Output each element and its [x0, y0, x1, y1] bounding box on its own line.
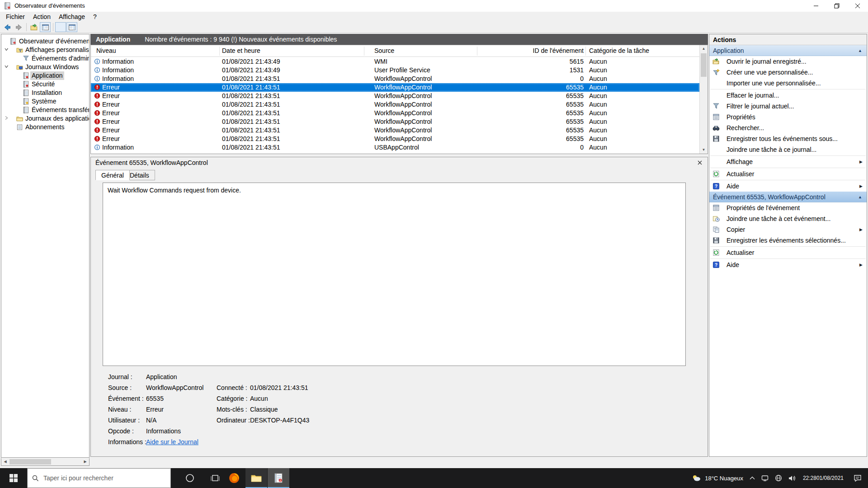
weather-icon[interactable]: [689, 468, 704, 488]
event-viewer-taskbar-icon[interactable]: !: [268, 468, 289, 488]
column-header-source[interactable]: Source: [374, 47, 394, 54]
event-row[interactable]: Erreur01/08/2021 21:43:51WorkflowAppCont…: [91, 109, 699, 117]
action-ouvrir-le-journal-enregistre[interactable]: Ouvrir le journal enregistré...: [709, 56, 867, 67]
action-affichage[interactable]: Affichage▶: [709, 156, 867, 167]
restore-button[interactable]: [826, 0, 847, 12]
event-row[interactable]: Erreur01/08/2021 21:43:51WorkflowAppCont…: [91, 135, 699, 143]
action-enregistrer-les-evenements-selectionnes[interactable]: Enregistrer les événements sélectionnés.…: [709, 235, 867, 246]
action-rechercher[interactable]: Rechercher...: [709, 122, 867, 133]
list-vertical-scrollbar[interactable]: ▲ ▼: [699, 45, 708, 154]
network-globe-icon[interactable]: [772, 468, 785, 488]
taskbar-search-input[interactable]: Taper ici pour rechercher: [27, 468, 171, 488]
column-header-id-evenement[interactable]: ID de l'événement: [533, 47, 584, 54]
column-separator[interactable]: [219, 47, 220, 56]
scroll-left-icon[interactable]: ◀: [1, 458, 9, 465]
chevron-right-icon[interactable]: [4, 116, 9, 120]
collapse-icon[interactable]: ▲: [858, 45, 862, 56]
taskbar-clock[interactable]: 22:28 01/08/2021: [799, 468, 847, 488]
task-view-button[interactable]: [204, 468, 226, 488]
action-proprietes-de-l-evenement[interactable]: Propriétés de l'événement: [709, 202, 867, 213]
action-joindre-une-tache-a-ce-journal[interactable]: Joindre une tâche à ce journal...: [709, 144, 867, 155]
action-copier[interactable]: Copier▶: [709, 224, 867, 235]
chevron-down-icon[interactable]: [4, 64, 9, 69]
action-actualiser[interactable]: Actualiser: [709, 247, 867, 258]
menu-action[interactable]: Action: [29, 12, 55, 21]
tree-item-evenements-d-administra[interactable]: Événements d'administra: [1, 54, 89, 63]
action-enregistrer-tous-les-evenements-sous[interactable]: Enregistrer tous les événements sous...: [709, 133, 867, 144]
column-header-categorie[interactable]: Catégorie de la tâche: [589, 47, 649, 54]
action-importer-une-vue-personnalisee[interactable]: Importer une vue personnalisée...: [709, 78, 867, 89]
event-row[interactable]: Erreur01/08/2021 21:43:51WorkflowAppCont…: [91, 126, 699, 135]
action-proprietes[interactable]: Propriétés: [709, 112, 867, 122]
scroll-up-icon[interactable]: ▲: [700, 45, 708, 52]
scrollbar-thumb[interactable]: [9, 459, 51, 465]
save-icon: [712, 135, 720, 142]
event-row[interactable]: Erreur01/08/2021 21:43:51WorkflowAppCont…: [91, 100, 699, 109]
tree-item-systeme[interactable]: Système: [1, 97, 89, 106]
event-row[interactable]: Erreur01/08/2021 21:43:51WorkflowAppCont…: [91, 83, 699, 92]
help-button[interactable]: [55, 22, 66, 32]
minimize-button[interactable]: [806, 0, 826, 12]
event-row[interactable]: Information01/08/2021 21:43:51USBAppCont…: [91, 143, 699, 152]
tree-item-affichages-personnalises[interactable]: Affichages personnalisés: [1, 46, 89, 54]
scroll-right-icon[interactable]: ▶: [81, 458, 89, 465]
column-separator[interactable]: [477, 47, 477, 56]
show-action-pane-button[interactable]: [66, 22, 77, 32]
tree-item-application[interactable]: Application: [1, 71, 89, 80]
action-filtrer-le-journal-actuel[interactable]: Filtrer le journal actuel...: [709, 101, 867, 112]
tree-item-securite[interactable]: Sécurité: [1, 80, 89, 89]
export-button[interactable]: [28, 22, 39, 32]
action-label: Enregistrer tous les événements sous...: [726, 135, 838, 142]
show-console-tree-button[interactable]: [40, 22, 51, 32]
event-row[interactable]: Information01/08/2021 21:43:49WMI5615Auc…: [91, 57, 699, 66]
forward-button[interactable]: [13, 22, 24, 32]
menu-[interactable]: ?: [89, 12, 101, 21]
action-creer-une-vue-personnalisee[interactable]: Créer une vue personnalisée...: [709, 67, 867, 78]
column-header-date-et-heure[interactable]: Date et heure: [222, 47, 260, 54]
weather-text[interactable]: 18°C Nuageux: [704, 468, 746, 488]
action-aide[interactable]: ?Aide▶: [709, 181, 867, 192]
actions-section-evenement-65535-workflowappcontrol[interactable]: Événement 65535, WorkflowAppControl▲: [709, 192, 867, 202]
detail-field-row: Événement :65535Catégorie :Aucun: [103, 393, 686, 404]
column-header-niveau[interactable]: Niveau: [96, 47, 116, 54]
tree-item-evenements-transferes[interactable]: Événements transférés: [1, 106, 89, 114]
notification-center-icon[interactable]: [847, 468, 868, 488]
chevron-down-icon[interactable]: [4, 47, 9, 52]
tree-item-installation[interactable]: Installation: [1, 89, 89, 97]
tray-chevron-up-icon[interactable]: [746, 468, 758, 488]
scroll-down-icon[interactable]: ▼: [700, 146, 708, 153]
device-icon[interactable]: [758, 468, 772, 488]
event-row[interactable]: Erreur01/08/2021 21:43:51WorkflowAppCont…: [91, 92, 699, 100]
tree-item-observateur-d-evenements-loc[interactable]: !Observateur d'événements (Loc: [1, 37, 89, 46]
detail-close-icon[interactable]: [696, 159, 704, 166]
collapse-icon[interactable]: ▲: [858, 192, 862, 202]
volume-icon[interactable]: [785, 468, 799, 488]
menu-affichage[interactable]: Affichage: [55, 12, 89, 21]
tree-horizontal-scrollbar[interactable]: ◀ ▶: [1, 458, 90, 466]
info-icon: [94, 75, 100, 82]
event-row[interactable]: Information01/08/2021 21:43:49User Profi…: [91, 66, 699, 75]
tree-item-journaux-windows[interactable]: Journaux Windows: [1, 63, 89, 71]
event-row[interactable]: Erreur01/08/2021 21:43:51WorkflowAppCont…: [91, 117, 699, 126]
close-button[interactable]: [847, 0, 868, 12]
log-help-link[interactable]: Aide sur le Journal: [146, 438, 198, 446]
tab-general[interactable]: Général: [95, 170, 130, 180]
event-description: Wait Workflow Commands request from devi…: [108, 187, 241, 194]
action-aide[interactable]: ?Aide▶: [709, 259, 867, 270]
back-button[interactable]: [2, 22, 13, 32]
file-explorer-icon[interactable]: [245, 468, 267, 488]
firefox-icon[interactable]: [223, 468, 245, 488]
actions-section-application[interactable]: Application▲: [709, 45, 867, 56]
column-separator[interactable]: [364, 47, 364, 56]
column-separator[interactable]: [585, 47, 586, 56]
tree-item-journaux-des-applications-et[interactable]: Journaux des applications et: [1, 114, 89, 123]
action-actualiser[interactable]: Actualiser: [709, 169, 867, 179]
action-effacer-le-journal[interactable]: Effacer le journal...: [709, 90, 867, 101]
tree-item-abonnements[interactable]: Abonnements: [1, 123, 89, 131]
event-row[interactable]: Information01/08/2021 21:43:51WorkflowAp…: [91, 75, 699, 83]
action-joindre-une-tache-a-cet-evenement[interactable]: Joindre une tâche à cet événement...: [709, 213, 867, 224]
cortana-button[interactable]: [179, 468, 201, 488]
start-button[interactable]: [0, 468, 27, 488]
menu-fichier[interactable]: Fichier: [2, 12, 29, 21]
scrollbar-thumb[interactable]: [701, 53, 707, 77]
